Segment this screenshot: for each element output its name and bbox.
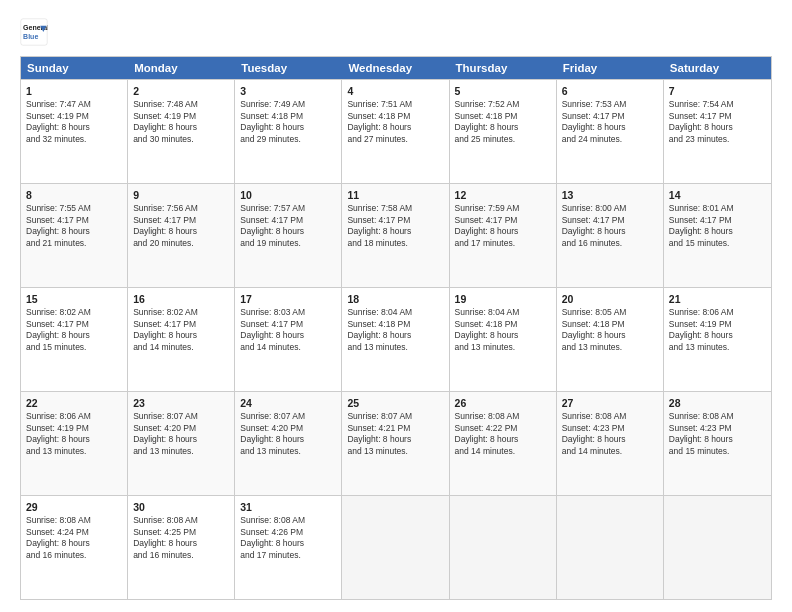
day-info-line: and 20 minutes. xyxy=(133,238,229,249)
day-info-line: Sunset: 4:17 PM xyxy=(562,215,658,226)
day-info-line: Sunrise: 8:08 AM xyxy=(26,515,122,526)
day-number: 13 xyxy=(562,188,658,202)
calendar-cell: 5Sunrise: 7:52 AMSunset: 4:18 PMDaylight… xyxy=(450,80,557,183)
day-info-line: Sunrise: 8:07 AM xyxy=(347,411,443,422)
day-info-line: Sunrise: 8:02 AM xyxy=(133,307,229,318)
weekday-header: Thursday xyxy=(450,57,557,79)
calendar-cell xyxy=(450,496,557,599)
day-number: 15 xyxy=(26,292,122,306)
calendar-cell: 13Sunrise: 8:00 AMSunset: 4:17 PMDayligh… xyxy=(557,184,664,287)
calendar-header: SundayMondayTuesdayWednesdayThursdayFrid… xyxy=(21,57,771,79)
day-info-line: Sunset: 4:18 PM xyxy=(562,319,658,330)
day-info-line: Daylight: 8 hours xyxy=(562,330,658,341)
calendar-cell: 8Sunrise: 7:55 AMSunset: 4:17 PMDaylight… xyxy=(21,184,128,287)
day-info-line: Sunset: 4:23 PM xyxy=(669,423,766,434)
day-info-line: Daylight: 8 hours xyxy=(455,122,551,133)
day-info-line: and 14 minutes. xyxy=(455,446,551,457)
day-info-line: Sunset: 4:19 PM xyxy=(26,423,122,434)
day-info-line: Daylight: 8 hours xyxy=(133,538,229,549)
day-info-line: Daylight: 8 hours xyxy=(26,226,122,237)
day-info-line: Sunset: 4:17 PM xyxy=(26,319,122,330)
day-info-line: Sunrise: 8:08 AM xyxy=(240,515,336,526)
day-info-line: Sunset: 4:19 PM xyxy=(133,111,229,122)
day-number: 29 xyxy=(26,500,122,514)
day-info-line: Sunrise: 8:06 AM xyxy=(26,411,122,422)
weekday-header: Tuesday xyxy=(235,57,342,79)
day-info-line: and 30 minutes. xyxy=(133,134,229,145)
day-info-line: and 21 minutes. xyxy=(26,238,122,249)
logo-icon: General Blue xyxy=(20,18,48,46)
calendar-body: 1Sunrise: 7:47 AMSunset: 4:19 PMDaylight… xyxy=(21,79,771,599)
day-info-line: Sunset: 4:17 PM xyxy=(347,215,443,226)
day-info-line: Daylight: 8 hours xyxy=(26,122,122,133)
day-info-line: Daylight: 8 hours xyxy=(133,330,229,341)
day-info-line: Sunset: 4:18 PM xyxy=(347,319,443,330)
day-number: 30 xyxy=(133,500,229,514)
calendar-cell: 16Sunrise: 8:02 AMSunset: 4:17 PMDayligh… xyxy=(128,288,235,391)
calendar-cell: 9Sunrise: 7:56 AMSunset: 4:17 PMDaylight… xyxy=(128,184,235,287)
day-info-line: Sunrise: 8:01 AM xyxy=(669,203,766,214)
weekday-header: Sunday xyxy=(21,57,128,79)
day-info-line: Daylight: 8 hours xyxy=(26,434,122,445)
day-number: 18 xyxy=(347,292,443,306)
day-info-line: Sunset: 4:17 PM xyxy=(133,319,229,330)
day-info-line: Daylight: 8 hours xyxy=(562,434,658,445)
day-info-line: Sunrise: 7:59 AM xyxy=(455,203,551,214)
day-info-line: and 19 minutes. xyxy=(240,238,336,249)
day-number: 24 xyxy=(240,396,336,410)
day-info-line: and 13 minutes. xyxy=(669,342,766,353)
day-info-line: and 32 minutes. xyxy=(26,134,122,145)
header: General Blue xyxy=(20,18,772,46)
day-info-line: Sunset: 4:20 PM xyxy=(240,423,336,434)
calendar: SundayMondayTuesdayWednesdayThursdayFrid… xyxy=(20,56,772,600)
day-info-line: Sunrise: 7:49 AM xyxy=(240,99,336,110)
weekday-header: Friday xyxy=(557,57,664,79)
calendar-cell: 30Sunrise: 8:08 AMSunset: 4:25 PMDayligh… xyxy=(128,496,235,599)
calendar-cell: 23Sunrise: 8:07 AMSunset: 4:20 PMDayligh… xyxy=(128,392,235,495)
calendar-cell: 29Sunrise: 8:08 AMSunset: 4:24 PMDayligh… xyxy=(21,496,128,599)
day-number: 5 xyxy=(455,84,551,98)
day-info-line: and 17 minutes. xyxy=(240,550,336,561)
weekday-header: Wednesday xyxy=(342,57,449,79)
day-info-line: Sunset: 4:19 PM xyxy=(669,319,766,330)
day-info-line: Sunset: 4:22 PM xyxy=(455,423,551,434)
day-info-line: and 16 minutes. xyxy=(26,550,122,561)
calendar-cell: 27Sunrise: 8:08 AMSunset: 4:23 PMDayligh… xyxy=(557,392,664,495)
day-info-line: and 15 minutes. xyxy=(669,238,766,249)
day-info-line: Sunset: 4:17 PM xyxy=(240,215,336,226)
day-info-line: and 16 minutes. xyxy=(562,238,658,249)
day-info-line: Daylight: 8 hours xyxy=(455,434,551,445)
day-info-line: Sunset: 4:18 PM xyxy=(455,319,551,330)
day-info-line: Sunrise: 8:08 AM xyxy=(562,411,658,422)
day-info-line: Daylight: 8 hours xyxy=(455,226,551,237)
day-info-line: Daylight: 8 hours xyxy=(669,434,766,445)
day-info-line: Sunset: 4:18 PM xyxy=(347,111,443,122)
day-info-line: Daylight: 8 hours xyxy=(133,434,229,445)
day-info-line: Sunrise: 8:08 AM xyxy=(133,515,229,526)
calendar-cell: 28Sunrise: 8:08 AMSunset: 4:23 PMDayligh… xyxy=(664,392,771,495)
day-info-line: and 13 minutes. xyxy=(562,342,658,353)
day-info-line: Sunrise: 7:58 AM xyxy=(347,203,443,214)
day-number: 8 xyxy=(26,188,122,202)
day-info-line: and 16 minutes. xyxy=(133,550,229,561)
day-info-line: Sunset: 4:24 PM xyxy=(26,527,122,538)
calendar-row: 8Sunrise: 7:55 AMSunset: 4:17 PMDaylight… xyxy=(21,183,771,287)
day-info-line: Daylight: 8 hours xyxy=(347,122,443,133)
day-info-line: Daylight: 8 hours xyxy=(562,122,658,133)
day-info-line: and 13 minutes. xyxy=(347,342,443,353)
day-number: 10 xyxy=(240,188,336,202)
day-info-line: Daylight: 8 hours xyxy=(26,330,122,341)
calendar-cell: 11Sunrise: 7:58 AMSunset: 4:17 PMDayligh… xyxy=(342,184,449,287)
day-info-line: Sunset: 4:17 PM xyxy=(133,215,229,226)
day-info-line: Sunrise: 8:05 AM xyxy=(562,307,658,318)
day-info-line: Sunrise: 8:08 AM xyxy=(669,411,766,422)
day-info-line: Sunset: 4:17 PM xyxy=(669,111,766,122)
day-info-line: Sunrise: 7:47 AM xyxy=(26,99,122,110)
day-number: 23 xyxy=(133,396,229,410)
page: General Blue SundayMondayTuesdayWednesda… xyxy=(0,0,792,612)
calendar-cell: 26Sunrise: 8:08 AMSunset: 4:22 PMDayligh… xyxy=(450,392,557,495)
day-number: 22 xyxy=(26,396,122,410)
weekday-header: Saturday xyxy=(664,57,771,79)
day-info-line: Daylight: 8 hours xyxy=(455,330,551,341)
day-number: 6 xyxy=(562,84,658,98)
